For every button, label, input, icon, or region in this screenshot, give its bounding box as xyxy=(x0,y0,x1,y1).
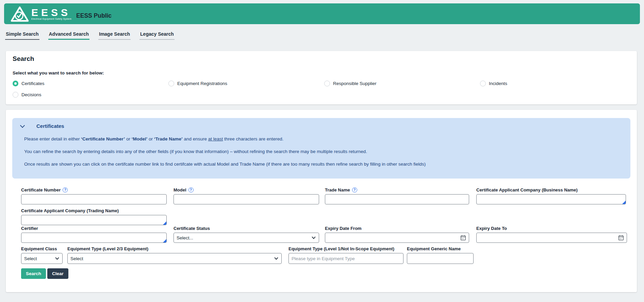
field-expiry-date-from: Expiry Date From xyxy=(325,225,469,243)
calendar-icon[interactable] xyxy=(618,235,624,241)
certifier-textarea[interactable] xyxy=(21,233,167,243)
field-certificate-status: Certificate Status Select... xyxy=(174,225,319,243)
equipment-generic-name-label: Equipment Generic Name xyxy=(407,246,474,251)
tab-advanced-search[interactable]: Advanced Search xyxy=(48,31,90,40)
field-equipment-type-level1: Equipment Type (Level 1/Not In-Scope Equ… xyxy=(288,246,403,264)
equipment-type-level23-label: Equipment Type (Level 2/3 Equipment) xyxy=(67,246,282,251)
chevron-down-icon xyxy=(312,235,315,239)
radio-incidents[interactable]: Incidents xyxy=(480,79,636,87)
logo-tagline: Electrical Equipment Safety System xyxy=(31,18,71,20)
help-question-icon[interactable]: ? xyxy=(188,187,194,192)
radio-selected-icon[interactable] xyxy=(13,81,18,86)
instruction-line-3: Once results are shown you can click on … xyxy=(24,162,624,167)
certifier-label: Certifier xyxy=(21,225,167,231)
tab-image-search[interactable]: Image Search xyxy=(98,31,131,40)
equipment-class-select[interactable]: Select xyxy=(21,253,63,264)
app-title: EESS Public xyxy=(76,12,112,19)
radio-unselected-icon[interactable] xyxy=(480,81,486,86)
equipment-type-level1-input[interactable] xyxy=(288,253,403,264)
radio-unselected-icon[interactable] xyxy=(324,81,330,86)
search-tabs: Simple Search Advanced Search Image Sear… xyxy=(5,31,183,40)
radio-responsible-supplier[interactable]: Responsible Supplier xyxy=(324,79,480,87)
help-question-icon[interactable]: ? xyxy=(352,187,357,192)
field-equipment-generic-name: Equipment Generic Name xyxy=(407,246,474,264)
equipment-type-level23-select[interactable]: Select xyxy=(67,253,282,264)
certificate-number-label: Certificate Number ? xyxy=(21,187,167,192)
certificates-panel-title: Certificates xyxy=(36,123,64,129)
model-label: Model ? xyxy=(174,187,319,192)
search-prompt: Select what you want to search for below… xyxy=(13,70,630,76)
expiry-date-from-input[interactable] xyxy=(325,233,469,243)
certificates-card: Certificates Please enter detail in eith… xyxy=(6,110,637,292)
tab-legacy-search[interactable]: Legacy Search xyxy=(139,31,175,40)
resize-handle-icon-wrap xyxy=(21,215,167,225)
radio-unselected-icon[interactable] xyxy=(13,92,18,98)
field-trade-name: Trade Name ? xyxy=(325,187,469,204)
business-name-label: Certificate Applicant Company (Business … xyxy=(476,187,626,192)
collapse-chevron-down-icon[interactable] xyxy=(20,123,25,128)
expiry-date-to-label: Expiry Date To xyxy=(476,225,627,231)
certificate-status-select[interactable]: Select... xyxy=(174,233,319,243)
resize-handle-icon-wrap xyxy=(21,233,167,243)
trade-name-input[interactable] xyxy=(325,194,469,204)
app-header: EESS Electrical Equipment Safety System … xyxy=(4,3,640,24)
form-actions: Search Clear xyxy=(21,268,68,279)
certificate-number-input[interactable] xyxy=(21,194,167,204)
field-model: Model ? xyxy=(174,187,319,204)
field-expiry-date-to: Expiry Date To xyxy=(476,225,627,243)
calendar-icon[interactable] xyxy=(460,235,466,241)
chevron-down-icon xyxy=(55,256,59,259)
field-trading-name: Certificate Applicant Company (Trading N… xyxy=(21,208,167,225)
trading-name-label: Certificate Applicant Company (Trading N… xyxy=(21,208,167,213)
eess-logo: EESS Electrical Equipment Safety System xyxy=(10,5,71,22)
expiry-date-to-input[interactable] xyxy=(476,233,627,243)
help-question-icon[interactable]: ? xyxy=(63,187,68,192)
field-business-name: Certificate Applicant Company (Business … xyxy=(476,187,626,204)
field-equipment-type-level23: Equipment Type (Level 2/3 Equipment) Sel… xyxy=(67,246,282,264)
field-certificate-number: Certificate Number ? xyxy=(21,187,167,204)
trade-name-label: Trade Name ? xyxy=(325,187,469,192)
radio-equipment-registrations[interactable]: Equipment Registrations xyxy=(168,79,324,87)
search-heading: Search xyxy=(13,55,630,63)
radio-decisions[interactable]: Decisions xyxy=(13,90,168,99)
instruction-line-2: You can refine the search by entering de… xyxy=(24,149,624,154)
field-equipment-class: Equipment Class Select xyxy=(21,246,63,264)
certificate-status-label: Certificate Status xyxy=(174,225,319,231)
resize-handle-icon-wrap xyxy=(476,194,626,204)
radio-unselected-icon[interactable] xyxy=(168,81,174,86)
clear-button[interactable]: Clear xyxy=(47,268,68,279)
radio-certificates[interactable]: Certificates xyxy=(13,79,168,87)
equipment-type-level1-label: Equipment Type (Level 1/Not In-Scope Equ… xyxy=(288,246,403,251)
expiry-date-from-label: Expiry Date From xyxy=(325,225,469,231)
certificates-info-panel: Certificates Please enter detail in eith… xyxy=(12,118,630,179)
equipment-class-label: Equipment Class xyxy=(21,246,63,251)
chevron-down-icon xyxy=(274,256,278,259)
business-name-textarea[interactable] xyxy=(476,194,626,204)
trading-name-textarea[interactable] xyxy=(21,215,167,225)
search-type-card: Search Select what you want to search fo… xyxy=(6,51,637,104)
model-input[interactable] xyxy=(174,194,319,204)
logo-brand-text: EESS xyxy=(31,8,71,17)
instruction-line-1: Please enter detail in either ‘Certifica… xyxy=(24,136,624,141)
tab-simple-search[interactable]: Simple Search xyxy=(5,31,39,40)
search-type-options: Certificates Equipment Registrations Res… xyxy=(13,79,630,99)
eess-logo-mark-icon xyxy=(10,5,29,22)
equipment-generic-name-input[interactable] xyxy=(407,253,474,264)
search-button[interactable]: Search xyxy=(21,268,46,279)
field-certifier: Certifier xyxy=(21,225,167,243)
